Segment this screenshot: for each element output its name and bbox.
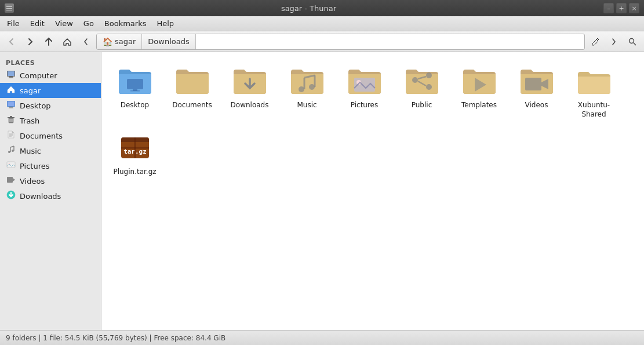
sidebar-label-pictures: Pictures: [20, 162, 49, 170]
forward-button[interactable]: [22, 34, 38, 50]
sidebar-item-downloads[interactable]: Downloads: [0, 188, 101, 204]
public-folder-icon: [403, 61, 441, 99]
svg-marker-27: [13, 178, 15, 181]
home-button[interactable]: [59, 34, 75, 50]
plugin-targz-label: Plugin.tar.gz: [113, 168, 156, 177]
maximize-button[interactable]: +: [616, 3, 627, 13]
file-item-public[interactable]: Public: [394, 58, 449, 122]
svg-rect-5: [9, 78, 13, 78]
sidebar-label-sagar: sagar: [20, 86, 41, 95]
svg-rect-11: [8, 117, 14, 118]
current-dir-label: Downloads: [148, 37, 189, 46]
up-button[interactable]: [41, 34, 57, 50]
xubuntu-shared-folder-label: Xubuntu-Shared: [569, 101, 619, 119]
file-item-downloads[interactable]: Downloads: [222, 58, 277, 122]
svg-rect-31: [130, 90, 140, 92]
videos-folder-icon: [518, 61, 555, 99]
home-label: sagar: [115, 37, 136, 46]
sidebar-item-pictures[interactable]: Pictures: [0, 158, 101, 173]
statusbar: 9 folders | 1 file: 54.5 KiB (55,769 byt…: [0, 330, 644, 345]
main-layout: Places Computer sagar Desktop Trash: [0, 52, 644, 330]
sidebar-item-computer[interactable]: Computer: [0, 68, 101, 83]
sidebar-item-sagar[interactable]: sagar: [0, 83, 101, 98]
file-item-music[interactable]: Music: [279, 58, 334, 122]
sidebar-item-trash[interactable]: Trash: [0, 113, 101, 128]
templates-folder-icon: [461, 61, 498, 99]
menubar: File Edit View Go Bookmarks Help: [0, 16, 644, 31]
titlebar-left: [5, 3, 14, 13]
minimize-button[interactable]: –: [603, 3, 614, 13]
xubuntu-shared-folder-icon: [576, 61, 613, 99]
search-button[interactable]: [624, 34, 641, 50]
file-item-plugin-targz[interactable]: tar.gz Plugin.tar.gz: [107, 125, 162, 180]
toolbar: 🏠 sagar Downloads: [0, 31, 644, 52]
file-item-pictures[interactable]: Pictures: [337, 58, 392, 122]
file-item-xubuntu-shared[interactable]: Xubuntu-Shared: [566, 58, 621, 122]
window-title: sagar - Thunar: [14, 4, 603, 13]
plugin-targz-icon: tar.gz: [117, 128, 154, 165]
menu-help[interactable]: Help: [152, 18, 179, 29]
sidebar-item-videos[interactable]: Videos: [0, 173, 101, 188]
svg-point-0: [630, 38, 634, 43]
svg-point-41: [426, 84, 432, 90]
menu-bookmarks[interactable]: Bookmarks: [100, 18, 151, 29]
home-breadcrumb[interactable]: 🏠 sagar: [97, 34, 142, 49]
documents-icon: [6, 130, 16, 141]
file-item-videos[interactable]: Videos: [509, 58, 564, 122]
back-button[interactable]: [3, 34, 20, 50]
file-grid: Desktop Documents: [107, 58, 638, 180]
public-folder-label: Public: [412, 101, 432, 110]
svg-rect-29: [127, 79, 143, 89]
file-item-templates[interactable]: Templates: [452, 58, 507, 122]
svg-rect-26: [7, 177, 13, 183]
sidebar-label-downloads: Downloads: [20, 192, 61, 201]
svg-rect-12: [10, 116, 12, 117]
titlebar-menu-button[interactable]: [5, 3, 14, 13]
music-folder-icon: [289, 61, 326, 99]
svg-point-39: [412, 77, 418, 83]
menu-edit[interactable]: Edit: [26, 18, 49, 29]
trash-icon: [6, 115, 16, 126]
svg-point-40: [426, 72, 432, 78]
home-icon: 🏠: [103, 37, 112, 46]
nav-left-button[interactable]: [78, 34, 94, 50]
documents-folder-icon: [174, 61, 211, 99]
menu-file[interactable]: File: [2, 18, 24, 29]
sidebar-label-desktop: Desktop: [20, 101, 51, 110]
music-icon: [6, 145, 16, 157]
desktop-icon: [6, 100, 16, 111]
desktop-folder-label: Desktop: [121, 101, 150, 110]
videos-icon: [6, 175, 16, 187]
current-dir-breadcrumb[interactable]: Downloads: [142, 34, 195, 49]
menu-go[interactable]: Go: [79, 18, 99, 29]
svg-rect-24: [7, 162, 15, 168]
file-item-desktop[interactable]: Desktop: [107, 58, 162, 122]
svg-rect-44: [525, 78, 541, 90]
desktop-folder-icon: [117, 61, 154, 99]
downloads-icon: [6, 190, 16, 202]
file-item-documents[interactable]: Documents: [165, 58, 220, 122]
sidebar-label-music: Music: [20, 147, 41, 155]
sidebar-label-trash: Trash: [20, 117, 39, 125]
pictures-folder-label: Pictures: [351, 101, 379, 110]
edit-path-button[interactable]: [587, 34, 603, 50]
sidebar: Places Computer sagar Desktop Trash: [0, 52, 101, 330]
sidebar-label-computer: Computer: [20, 71, 57, 80]
sidebar-item-documents[interactable]: Documents: [0, 128, 101, 143]
sidebar-section-places: Places: [0, 57, 101, 68]
svg-rect-7: [8, 101, 14, 106]
documents-folder-label: Documents: [172, 101, 212, 110]
close-button[interactable]: ×: [629, 3, 639, 13]
menu-view[interactable]: View: [50, 18, 78, 29]
svg-rect-3: [8, 71, 14, 76]
sidebar-item-desktop[interactable]: Desktop: [0, 98, 101, 113]
nav-right-button[interactable]: [606, 34, 622, 50]
svg-rect-8: [9, 107, 13, 108]
file-area: Desktop Documents: [101, 52, 644, 330]
templates-folder-label: Templates: [461, 101, 497, 110]
addressbar: 🏠 sagar Downloads: [96, 34, 585, 50]
sagar-home-icon: [6, 85, 16, 96]
sidebar-item-music[interactable]: Music: [0, 143, 101, 158]
downloads-folder-icon: [231, 61, 268, 99]
window-controls: – + ×: [603, 3, 639, 13]
